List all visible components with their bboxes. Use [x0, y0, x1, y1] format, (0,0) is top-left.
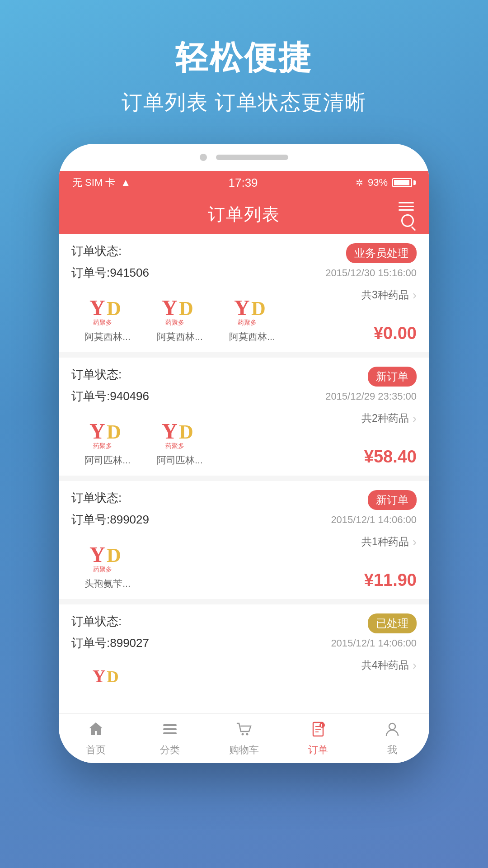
svg-text:D: D	[107, 544, 121, 566]
product-item-2-1: Y D 药聚多 阿司匹林...	[71, 411, 144, 467]
nav-search-button[interactable]	[396, 199, 417, 230]
svg-text:药聚多: 药聚多	[165, 442, 184, 449]
product-logo-3-1: Y D 药聚多	[80, 535, 135, 576]
nav-label-home: 首页	[86, 743, 106, 757]
nav-title: 订单列表	[208, 203, 280, 226]
nav-item-order[interactable]: ! 订单	[281, 721, 355, 757]
status-badge-1: 业务员处理	[346, 243, 417, 263]
status-left: 无 SIM 卡 ▲	[72, 176, 131, 189]
order-card-4[interactable]: 订单状态: 已处理 订单号:899027 2015/12/1 14:06:00 …	[59, 604, 429, 708]
svg-rect-20	[163, 724, 177, 726]
svg-text:D: D	[251, 297, 266, 320]
order-header-3: 订单状态: 新订单	[71, 490, 417, 510]
product-item-2-2: Y D 药聚多 阿司匹林...	[144, 411, 216, 467]
phone-camera	[200, 154, 207, 161]
phone-frame: 无 SIM 卡 ▲ 17:39 ✲ 93% 订单列表	[59, 144, 429, 763]
order-right-4: 共4种药品 ›	[317, 658, 417, 694]
phone-top-bar	[59, 144, 429, 171]
battery-fill	[394, 180, 409, 185]
order-right-2: 共2种药品 › ¥58.40	[317, 411, 417, 467]
phone-speaker	[216, 155, 288, 160]
product-name-2-2: 阿司匹林...	[157, 454, 203, 467]
menu-line-2	[399, 206, 414, 207]
battery-percent: 93%	[368, 177, 388, 189]
product-item-1-2: Y D 药聚多 阿莫西林...	[144, 288, 216, 343]
promo-subtitle: 订单列表 订单状态更清晰	[18, 89, 470, 117]
order-card-3[interactable]: 订单状态: 新订单 订单号:899029 2015/12/1 14:06:00 …	[59, 481, 429, 599]
product-name-3-1: 头孢氨苄...	[84, 577, 131, 590]
chevron-right-icon-3: ›	[413, 536, 417, 548]
product-list-1: Y D 药聚多 阿莫西林... Y D 药聚多	[71, 288, 317, 343]
product-item-4-1: Y D	[71, 658, 144, 694]
order-status-label-3: 订单状态:	[71, 490, 122, 506]
order-number-row-1: 订单号:941506 2015/12/30 15:16:00	[71, 265, 417, 281]
order-card-1[interactable]: 订单状态: 业务员处理 订单号:941506 2015/12/30 15:16:…	[59, 234, 429, 352]
svg-text:药聚多: 药聚多	[238, 319, 257, 326]
order-products-4: Y D 共4种药品 ›	[71, 658, 417, 694]
order-status-label-1: 订单状态:	[71, 243, 122, 259]
order-right-3: 共1种药品 › ¥11.90	[317, 535, 417, 590]
status-badge-2: 新订单	[368, 367, 417, 387]
battery-box	[392, 178, 416, 187]
product-list-2: Y D 药聚多 阿司匹林... Y D 药聚多	[71, 411, 317, 467]
svg-text:药聚多: 药聚多	[93, 442, 112, 449]
order-number-2: 订单号:940496	[71, 388, 149, 404]
order-status-label-2: 订单状态:	[71, 367, 122, 382]
product-name-1-3: 阿莫西林...	[229, 330, 275, 343]
svg-text:D: D	[107, 297, 121, 320]
bluetooth-icon: ✲	[356, 177, 363, 188]
order-price-1: ¥0.00	[374, 324, 417, 343]
nav-label-order: 订单	[308, 743, 328, 757]
promo-title: 轻松便捷	[18, 36, 470, 80]
order-card-2[interactable]: 订单状态: 新订单 订单号:940496 2015/12/29 23:35:00…	[59, 358, 429, 476]
status-badge-3: 新订单	[368, 490, 417, 510]
search-handle-icon	[411, 226, 416, 231]
svg-text:Y: Y	[89, 419, 105, 443]
cart-icon	[235, 721, 253, 741]
svg-rect-22	[163, 732, 177, 734]
battery-bar	[392, 178, 412, 187]
product-item-3-1: Y D 药聚多 头孢氨苄...	[71, 535, 144, 590]
svg-text:D: D	[179, 421, 193, 443]
svg-text:D: D	[107, 667, 118, 686]
search-circle-icon	[401, 214, 414, 227]
order-number-row-3: 订单号:899029 2015/12/1 14:06:00	[71, 512, 417, 528]
order-price-3: ¥11.90	[364, 571, 417, 590]
svg-point-29	[319, 722, 325, 728]
order-price-2: ¥58.40	[364, 447, 417, 467]
product-count-2: 共2种药品 ›	[361, 411, 417, 425]
order-number-row-2: 订单号:940496 2015/12/29 23:35:00	[71, 388, 417, 404]
battery-tip	[413, 180, 416, 185]
order-products-1: Y D 药聚多 阿莫西林... Y D 药聚多	[71, 288, 417, 343]
nav-item-category[interactable]: 分类	[133, 721, 207, 757]
promo-header: 轻松便捷 订单列表 订单状态更清晰	[0, 0, 488, 144]
svg-text:Y: Y	[162, 296, 178, 320]
order-date-3: 2015/12/1 14:06:00	[331, 514, 417, 526]
svg-text:D: D	[107, 421, 121, 443]
svg-text:Y: Y	[93, 666, 106, 686]
order-date-1: 2015/12/30 15:16:00	[325, 267, 417, 279]
product-logo-2-2: Y D 药聚多	[153, 411, 207, 452]
order-number-1: 订单号:941506	[71, 265, 149, 281]
nav-item-cart[interactable]: 购物车	[207, 721, 281, 757]
status-bar: 无 SIM 卡 ▲ 17:39 ✲ 93%	[59, 171, 429, 194]
product-logo-1-3: Y D 药聚多	[225, 288, 279, 329]
home-icon	[87, 721, 104, 741]
nav-label-cart: 购物车	[229, 743, 259, 757]
order-number-3: 订单号:899029	[71, 512, 149, 528]
status-badge-4: 已处理	[368, 613, 417, 633]
nav-item-profile[interactable]: 我	[355, 721, 429, 757]
product-list-4: Y D	[71, 658, 317, 694]
svg-point-23	[242, 733, 244, 735]
order-right-1: 共3种药品 › ¥0.00	[317, 288, 417, 343]
product-list-3: Y D 药聚多 头孢氨苄...	[71, 535, 317, 590]
product-count-4: 共4种药品 ›	[361, 658, 417, 672]
order-products-3: Y D 药聚多 头孢氨苄... 共1种药品 › ¥11.90	[71, 535, 417, 590]
product-item-1-3: Y D 药聚多 阿莫西林...	[216, 288, 288, 343]
nav-item-home[interactable]: 首页	[59, 721, 133, 757]
carrier-label: 无 SIM 卡	[72, 176, 115, 189]
content-area: 订单状态: 业务员处理 订单号:941506 2015/12/30 15:16:…	[59, 234, 429, 708]
chevron-right-icon-4: ›	[413, 659, 417, 672]
svg-text:Y: Y	[89, 296, 105, 320]
menu-line-3	[399, 209, 414, 211]
